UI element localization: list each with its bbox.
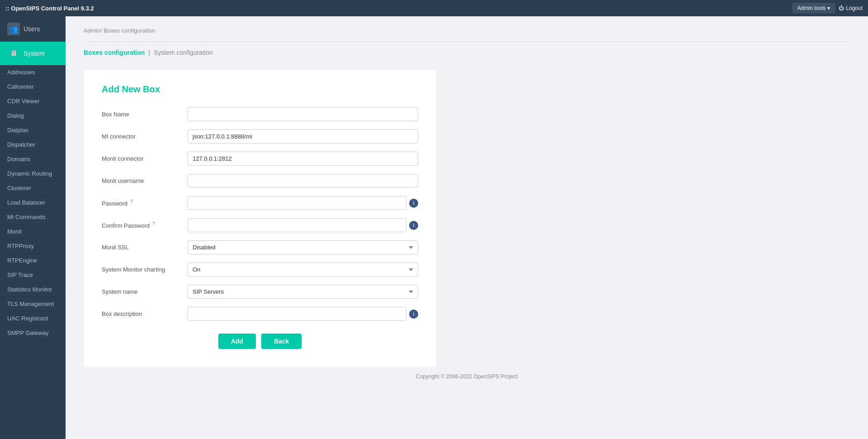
monit-connector-label: Monit connector xyxy=(102,155,188,162)
subnav: Boxes configuration | System configurati… xyxy=(84,49,850,56)
confirm-password-wrapper: i xyxy=(188,218,418,232)
sidebar-item-dynamic-routing[interactable]: Dynamic Routing xyxy=(0,167,66,181)
chevron-down-icon: ▾ xyxy=(827,5,830,11)
mi-connector-label: MI connector xyxy=(102,133,188,140)
sidebar-item-mi-commands[interactable]: MI Commands xyxy=(0,210,66,224)
box-description-row: Box description i xyxy=(102,307,418,321)
sidebar-item-dialog[interactable]: Dialog xyxy=(0,109,66,123)
sidebar-item-dialplan[interactable]: Dialplan xyxy=(0,123,66,138)
card-title: Add New Box xyxy=(102,84,418,95)
sidebar-item-clusterer[interactable]: Clusterer xyxy=(0,181,66,196)
subnav-boxes-config[interactable]: Boxes configuration xyxy=(84,49,145,56)
password-row: Password ? i xyxy=(102,196,418,210)
sidebar-item-system[interactable]: 🖥 System xyxy=(0,42,66,65)
back-button[interactable]: Back xyxy=(261,334,302,349)
subnav-separator: | xyxy=(148,49,150,56)
system-monitor-charting-row: System Monitor charting OnOff xyxy=(102,262,418,277)
button-row: Add Back xyxy=(102,334,418,349)
box-name-row: Box Name xyxy=(102,107,418,121)
sidebar-item-load-balancer[interactable]: Load Balancer xyxy=(0,196,66,210)
sidebar-item-users[interactable]: 👥 Users xyxy=(0,16,66,42)
box-description-label: Box description xyxy=(102,310,188,317)
system-name-label: System name xyxy=(102,288,188,295)
system-name-row: System name SIP ServersProxyOther xyxy=(102,285,418,299)
sidebar-item-sip-trace[interactable]: SIP Trace xyxy=(0,268,66,282)
mi-connector-row: MI connector xyxy=(102,129,418,143)
admin-tools-button[interactable]: Admin tools ▾ xyxy=(793,3,835,13)
users-icon: 👥 xyxy=(7,23,20,35)
confirm-password-info-icon[interactable]: i xyxy=(409,221,418,230)
app-title: :: OpenSIPS Control Panel 9.3.2 xyxy=(5,5,94,12)
monit-connector-row: Monit connector xyxy=(102,152,418,166)
password-help: ? xyxy=(130,199,133,204)
system-name-select[interactable]: SIP ServersProxyOther xyxy=(188,285,418,299)
sidebar-item-uac-registrant[interactable]: UAC Registrant xyxy=(0,311,66,326)
sidebar-item-statistics-monitor[interactable]: Statistics Monitor xyxy=(0,282,66,297)
footer: Copyright © 2006-2022 OpenSIPS Project xyxy=(84,367,850,382)
main-content: Admin/ Boxes configuration Boxes configu… xyxy=(66,16,868,439)
box-description-input[interactable] xyxy=(188,307,406,321)
system-monitor-charting-label: System Monitor charting xyxy=(102,266,188,273)
sidebar-item-rtpproxy[interactable]: RTPProxy xyxy=(0,239,66,253)
breadcrumb: Admin/ Boxes configuration xyxy=(84,27,850,34)
power-icon: ⏻ xyxy=(839,5,844,11)
box-description-info-icon[interactable]: i xyxy=(409,310,418,319)
box-description-wrapper: i xyxy=(188,307,418,321)
box-name-input[interactable] xyxy=(188,107,418,121)
monit-username-label: Monit username xyxy=(102,177,188,184)
box-name-label: Box Name xyxy=(102,111,188,118)
sidebar-item-smpp-gateway[interactable]: SMPP Gateway xyxy=(0,326,66,340)
sidebar-menu: AddressesCallcenterCDR ViewerDialogDialp… xyxy=(0,65,66,340)
sidebar-item-addresses[interactable]: Addresses xyxy=(0,65,66,80)
confirm-password-row: Confirm Password ? i xyxy=(102,218,418,232)
breadcrumb-container: Admin/ Boxes configuration xyxy=(84,27,850,42)
sidebar-item-dispatcher[interactable]: Dispatcher xyxy=(0,138,66,152)
password-input[interactable] xyxy=(188,196,406,210)
sidebar-item-tls-management[interactable]: TLS Management xyxy=(0,297,66,311)
sidebar: 👥 Users 🖥 System AddressesCallcenterCDR … xyxy=(0,16,66,439)
add-box-card: Add New Box Box Name MI connector Monit … xyxy=(84,70,436,367)
subnav-system-config[interactable]: System configuration xyxy=(154,49,213,56)
monit-username-input[interactable] xyxy=(188,174,418,188)
monit-ssl-label: Monit SSL xyxy=(102,244,188,251)
sidebar-item-monit[interactable]: Monit xyxy=(0,224,66,239)
logout-button[interactable]: ⏻ Logout xyxy=(839,5,863,11)
sidebar-item-rtpengine[interactable]: RTPEngine xyxy=(0,253,66,268)
sidebar-item-domains[interactable]: Domains xyxy=(0,152,66,167)
password-label: Password ? xyxy=(102,199,188,207)
topbar: :: OpenSIPS Control Panel 9.3.2 Admin to… xyxy=(0,0,868,16)
monit-ssl-row: Monit SSL DisabledEnabled xyxy=(102,240,418,254)
confirm-password-input[interactable] xyxy=(188,218,406,232)
password-wrapper: i xyxy=(188,196,418,210)
password-info-icon[interactable]: i xyxy=(409,199,418,208)
confirm-password-label: Confirm Password ? xyxy=(102,221,188,229)
sidebar-item-cdr-viewer[interactable]: CDR Viewer xyxy=(0,94,66,109)
mi-connector-input[interactable] xyxy=(188,129,418,143)
monit-username-row: Monit username xyxy=(102,174,418,188)
system-icon: 🖥 xyxy=(7,47,20,60)
monit-ssl-select[interactable]: DisabledEnabled xyxy=(188,240,418,254)
add-button[interactable]: Add xyxy=(218,334,256,349)
sidebar-item-callcenter[interactable]: Callcenter xyxy=(0,80,66,94)
confirm-password-help: ? xyxy=(152,221,155,226)
monit-connector-input[interactable] xyxy=(188,152,418,166)
system-monitor-charting-select[interactable]: OnOff xyxy=(188,262,418,277)
topbar-actions: Admin tools ▾ ⏻ Logout xyxy=(793,3,863,13)
